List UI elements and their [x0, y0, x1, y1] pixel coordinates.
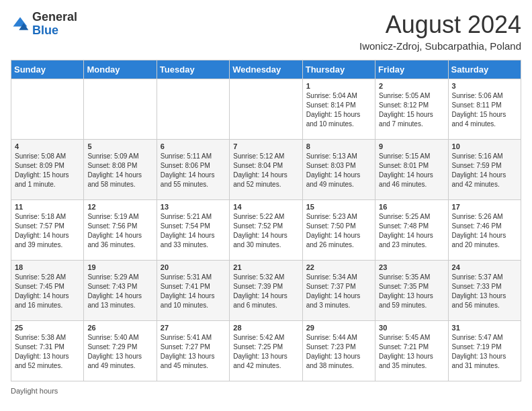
day-number: 16 — [379, 203, 444, 211]
day-cell: 27Sunrise: 5:41 AM Sunset: 7:27 PM Dayli… — [157, 321, 229, 381]
day-info: Sunrise: 5:26 AM Sunset: 7:46 PM Dayligh… — [452, 212, 517, 250]
day-cell: 31Sunrise: 5:47 AM Sunset: 7:19 PM Dayli… — [448, 321, 521, 381]
day-cell — [230, 79, 302, 140]
col-header-saturday: Saturday — [448, 60, 521, 79]
day-info: Sunrise: 5:12 AM Sunset: 8:04 PM Dayligh… — [233, 152, 298, 189]
week-row-2: 4Sunrise: 5:08 AM Sunset: 8:09 PM Daylig… — [11, 140, 521, 200]
col-header-friday: Friday — [375, 60, 448, 79]
month-year-title: August 2024 — [359, 11, 521, 39]
day-info: Sunrise: 5:15 AM Sunset: 8:01 PM Dayligh… — [379, 152, 444, 189]
day-number: 30 — [379, 324, 444, 332]
day-cell: 11Sunrise: 5:18 AM Sunset: 7:57 PM Dayli… — [11, 200, 84, 261]
day-info: Sunrise: 5:31 AM Sunset: 7:41 PM Dayligh… — [161, 273, 226, 310]
daylight-label: Daylight hours — [11, 387, 58, 395]
col-header-monday: Monday — [84, 60, 157, 79]
location-subtitle: Iwonicz-Zdroj, Subcarpathia, Poland — [359, 40, 521, 52]
logo: General Blue — [11, 11, 77, 38]
day-number: 8 — [306, 142, 371, 150]
day-number: 11 — [15, 203, 80, 211]
day-number: 26 — [87, 324, 152, 332]
day-info: Sunrise: 5:19 AM Sunset: 7:56 PM Dayligh… — [87, 212, 152, 250]
day-info: Sunrise: 5:04 AM Sunset: 8:14 PM Dayligh… — [306, 91, 371, 129]
day-cell: 19Sunrise: 5:29 AM Sunset: 7:43 PM Dayli… — [84, 261, 157, 321]
day-info: Sunrise: 5:05 AM Sunset: 8:12 PM Dayligh… — [379, 91, 444, 129]
day-cell: 18Sunrise: 5:28 AM Sunset: 7:45 PM Dayli… — [11, 261, 84, 321]
day-cell: 26Sunrise: 5:40 AM Sunset: 7:29 PM Dayli… — [84, 321, 157, 381]
day-cell: 16Sunrise: 5:25 AM Sunset: 7:48 PM Dayli… — [375, 200, 448, 261]
day-number: 31 — [452, 324, 517, 332]
day-number: 4 — [15, 142, 80, 150]
day-number: 24 — [452, 263, 517, 271]
day-number: 22 — [306, 263, 371, 271]
logo-icon — [11, 15, 30, 34]
day-info: Sunrise: 5:22 AM Sunset: 7:52 PM Dayligh… — [233, 212, 298, 250]
day-number: 12 — [87, 203, 152, 211]
footer: Daylight hours — [11, 387, 521, 395]
week-row-1: 1Sunrise: 5:04 AM Sunset: 8:14 PM Daylig… — [11, 79, 521, 140]
week-row-5: 25Sunrise: 5:38 AM Sunset: 7:31 PM Dayli… — [11, 321, 521, 381]
day-cell: 2Sunrise: 5:05 AM Sunset: 8:12 PM Daylig… — [375, 79, 448, 140]
day-info: Sunrise: 5:34 AM Sunset: 7:37 PM Dayligh… — [306, 273, 371, 310]
day-number: 15 — [306, 203, 371, 211]
day-cell: 5Sunrise: 5:09 AM Sunset: 8:08 PM Daylig… — [84, 140, 157, 200]
day-cell: 17Sunrise: 5:26 AM Sunset: 7:46 PM Dayli… — [448, 200, 521, 261]
day-number: 20 — [161, 263, 226, 271]
title-block: August 2024 Iwonicz-Zdroj, Subcarpathia,… — [359, 11, 521, 52]
day-cell: 15Sunrise: 5:23 AM Sunset: 7:50 PM Dayli… — [302, 200, 375, 261]
day-number: 17 — [452, 203, 517, 211]
day-cell: 21Sunrise: 5:32 AM Sunset: 7:39 PM Dayli… — [230, 261, 302, 321]
day-number: 25 — [15, 324, 80, 332]
day-cell: 14Sunrise: 5:22 AM Sunset: 7:52 PM Dayli… — [230, 200, 302, 261]
page-header: General Blue August 2024 Iwonicz-Zdroj, … — [11, 11, 521, 52]
logo-text: General Blue — [32, 11, 77, 38]
day-number: 5 — [87, 142, 152, 150]
day-cell: 9Sunrise: 5:15 AM Sunset: 8:01 PM Daylig… — [375, 140, 448, 200]
day-cell: 4Sunrise: 5:08 AM Sunset: 8:09 PM Daylig… — [11, 140, 84, 200]
day-number: 7 — [233, 142, 298, 150]
logo-general: General — [32, 10, 77, 24]
day-number: 9 — [379, 142, 444, 150]
day-info: Sunrise: 5:09 AM Sunset: 8:08 PM Dayligh… — [87, 152, 152, 189]
day-number: 14 — [233, 203, 298, 211]
day-info: Sunrise: 5:28 AM Sunset: 7:45 PM Dayligh… — [15, 273, 80, 310]
day-cell: 30Sunrise: 5:45 AM Sunset: 7:21 PM Dayli… — [375, 321, 448, 381]
day-info: Sunrise: 5:32 AM Sunset: 7:39 PM Dayligh… — [233, 273, 298, 310]
day-number: 6 — [161, 142, 226, 150]
logo-blue: Blue — [32, 24, 58, 37]
day-info: Sunrise: 5:13 AM Sunset: 8:03 PM Dayligh… — [306, 152, 371, 189]
day-cell: 24Sunrise: 5:37 AM Sunset: 7:33 PM Dayli… — [448, 261, 521, 321]
col-header-thursday: Thursday — [302, 60, 375, 79]
day-cell — [84, 79, 157, 140]
day-info: Sunrise: 5:35 AM Sunset: 7:35 PM Dayligh… — [379, 273, 444, 310]
day-info: Sunrise: 5:29 AM Sunset: 7:43 PM Dayligh… — [87, 273, 152, 310]
week-row-3: 11Sunrise: 5:18 AM Sunset: 7:57 PM Dayli… — [11, 200, 521, 261]
day-number: 19 — [87, 263, 152, 271]
day-number: 1 — [306, 82, 371, 90]
day-info: Sunrise: 5:47 AM Sunset: 7:19 PM Dayligh… — [452, 333, 517, 371]
day-info: Sunrise: 5:42 AM Sunset: 7:25 PM Dayligh… — [233, 333, 298, 371]
day-number: 3 — [452, 82, 517, 90]
day-info: Sunrise: 5:18 AM Sunset: 7:57 PM Dayligh… — [15, 212, 80, 250]
col-header-wednesday: Wednesday — [230, 60, 302, 79]
day-info: Sunrise: 5:23 AM Sunset: 7:50 PM Dayligh… — [306, 212, 371, 250]
day-number: 21 — [233, 263, 298, 271]
col-header-tuesday: Tuesday — [157, 60, 229, 79]
col-header-sunday: Sunday — [11, 60, 84, 79]
day-info: Sunrise: 5:37 AM Sunset: 7:33 PM Dayligh… — [452, 273, 517, 310]
calendar-header-row: SundayMondayTuesdayWednesdayThursdayFrid… — [11, 60, 521, 79]
day-number: 18 — [15, 263, 80, 271]
day-number: 10 — [452, 142, 517, 150]
day-cell: 13Sunrise: 5:21 AM Sunset: 7:54 PM Dayli… — [157, 200, 229, 261]
day-number: 29 — [306, 324, 371, 332]
day-cell — [157, 79, 229, 140]
day-info: Sunrise: 5:11 AM Sunset: 8:06 PM Dayligh… — [161, 152, 226, 189]
day-cell: 22Sunrise: 5:34 AM Sunset: 7:37 PM Dayli… — [302, 261, 375, 321]
week-row-4: 18Sunrise: 5:28 AM Sunset: 7:45 PM Dayli… — [11, 261, 521, 321]
day-cell: 23Sunrise: 5:35 AM Sunset: 7:35 PM Dayli… — [375, 261, 448, 321]
day-cell: 12Sunrise: 5:19 AM Sunset: 7:56 PM Dayli… — [84, 200, 157, 261]
day-number: 27 — [161, 324, 226, 332]
day-cell: 25Sunrise: 5:38 AM Sunset: 7:31 PM Dayli… — [11, 321, 84, 381]
day-cell: 29Sunrise: 5:44 AM Sunset: 7:23 PM Dayli… — [302, 321, 375, 381]
day-info: Sunrise: 5:21 AM Sunset: 7:54 PM Dayligh… — [161, 212, 226, 250]
day-cell — [11, 79, 84, 140]
